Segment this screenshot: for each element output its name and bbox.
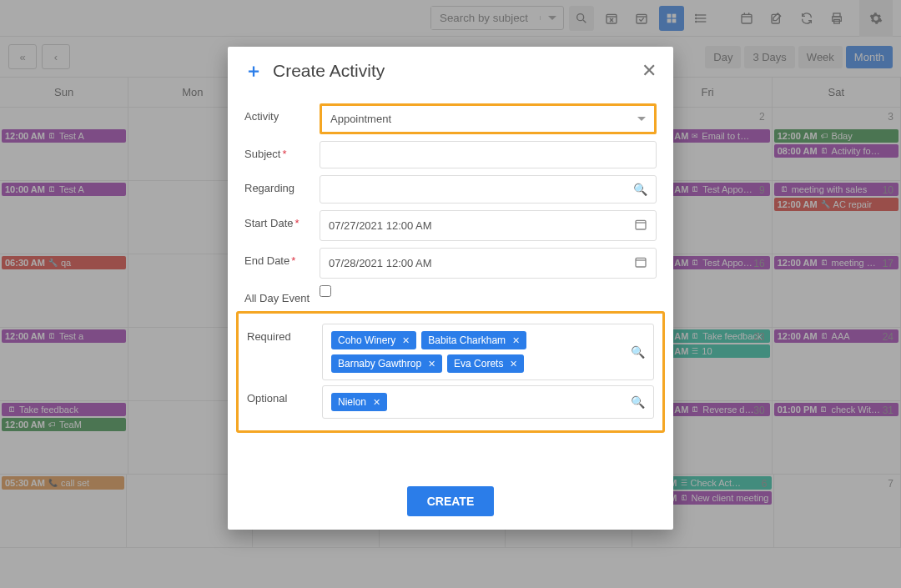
required-input[interactable]: Coho Winery✕Babita Charkham✕Barnaby Gawt… [322,324,654,380]
remove-tag-icon[interactable]: ✕ [402,335,410,346]
attendee-tag[interactable]: Babita Charkham✕ [421,331,526,349]
remove-tag-icon[interactable]: ✕ [428,359,435,369]
optional-input[interactable]: Nielon✕ 🔍 [322,385,654,419]
allday-checkbox[interactable] [320,285,331,297]
activity-label: Activity [244,103,311,123]
startdate-label: Start Date* [244,210,311,229]
create-button[interactable]: CREATE [407,486,495,516]
calendar-icon [634,218,647,234]
subject-input[interactable] [320,141,657,168]
search-icon: 🔍 [633,183,647,196]
activity-value: Appointment [330,113,391,125]
required-label: Required [247,324,314,343]
modal-overlay[interactable]: ＋ Create Activity ✕ Activity Appointment… [0,0,901,588]
enddate-input[interactable]: 07/28/2021 12:00 AM [320,248,657,279]
modal-title: Create Activity [273,61,385,81]
close-icon[interactable]: ✕ [642,60,657,82]
regarding-lookup[interactable]: 🔍 [320,175,657,204]
search-icon: 🔍 [631,395,645,409]
attendee-tag[interactable]: Barnaby Gawthrop✕ [331,354,442,373]
chevron-down-icon [637,117,646,121]
remove-tag-icon[interactable]: ✕ [512,335,520,346]
create-activity-modal: ＋ Create Activity ✕ Activity Appointment… [228,47,673,530]
svg-rect-26 [636,220,646,229]
activity-select[interactable]: Appointment [322,106,654,132]
subject-label: Subject* [244,141,311,160]
startdate-input[interactable]: 07/27/2021 12:00 AM [320,210,657,241]
activity-select-highlight: Appointment [320,103,657,134]
attendee-tag[interactable]: Eva Corets✕ [447,354,524,373]
optional-label: Optional [247,385,314,405]
attendee-tag[interactable]: Nielon✕ [331,393,387,411]
plus-icon: ＋ [244,58,263,83]
svg-rect-28 [636,258,646,267]
attendees-highlight: Required Coho Winery✕Babita Charkham✕Bar… [236,311,665,433]
regarding-label: Regarding [244,175,311,194]
calendar-icon [634,255,647,271]
enddate-label: End Date* [244,248,311,267]
search-icon: 🔍 [631,345,645,359]
remove-tag-icon[interactable]: ✕ [510,359,517,369]
remove-tag-icon[interactable]: ✕ [373,397,380,408]
allday-label: All Day Event [244,285,311,304]
attendee-tag[interactable]: Coho Winery✕ [331,331,416,349]
